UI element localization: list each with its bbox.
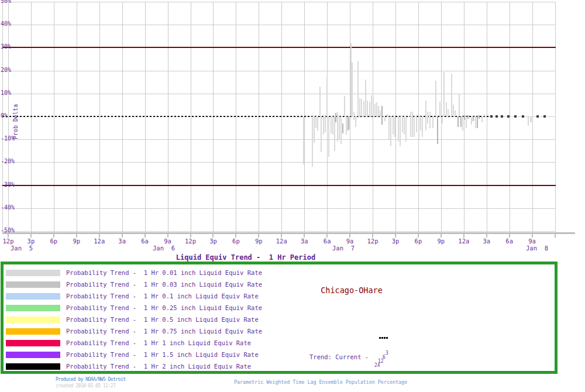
prob-delta-bar	[475, 116, 476, 128]
x-date-label: Jan 7	[332, 245, 355, 252]
gridline-v	[555, 2, 556, 233]
prob-delta-bar	[384, 116, 386, 121]
threshold-line	[2, 185, 556, 186]
footer-created: created 2018-01-05 11:27	[56, 383, 115, 389]
x-time-label: 6a	[141, 238, 149, 245]
x-time-label: 6p	[232, 238, 240, 245]
trend-dots	[379, 337, 388, 339]
prob-delta-bar	[514, 115, 517, 117]
legend-swatch	[6, 363, 60, 370]
prob-delta-bar	[387, 114, 388, 116]
prob-delta-bar	[394, 116, 395, 137]
prob-delta-bar	[442, 116, 443, 123]
prob-delta-bar	[410, 112, 411, 137]
prob-delta-bar	[460, 116, 462, 127]
prob-delta-bar	[323, 116, 324, 135]
prob-delta-bar	[530, 116, 532, 122]
y-tick-label: 0%	[1, 113, 8, 119]
trend-current-label: Trend: Current -	[309, 353, 369, 360]
dot	[381, 337, 383, 339]
gridline-v	[487, 2, 487, 233]
prob-delta-bar	[319, 87, 321, 116]
trend-hour-number: 3	[386, 351, 388, 356]
x-date-label: Jan 6	[153, 245, 175, 252]
y-tick-label: -50%	[1, 228, 15, 233]
footer-produced-by: Produced by NOAA/NWS Detroit	[56, 377, 125, 383]
legend-label: Probability Trend - 1 Hr 0.03 inch Liqui…	[66, 281, 262, 288]
gridline-h	[2, 71, 556, 71]
gridline-v	[259, 2, 259, 233]
prob-delta-bar	[342, 123, 343, 134]
prob-delta-bar	[349, 116, 350, 129]
legend-label: Probability Trend - 1 Hr 0.25 inch Liqui…	[66, 304, 262, 311]
prob-delta-bar	[400, 116, 401, 146]
prob-delta-bar	[325, 116, 326, 132]
prob-delta-bar	[420, 116, 421, 130]
gridline-v	[236, 2, 236, 233]
prob-delta-bar	[388, 116, 390, 139]
x-time-label: 9a	[528, 238, 536, 245]
gridline-v	[213, 2, 214, 233]
prob-delta-bar	[477, 116, 478, 128]
prob-delta-bar	[425, 101, 426, 130]
prob-delta-bar	[528, 116, 529, 126]
prob-delta-bar	[404, 116, 405, 135]
dot	[379, 337, 381, 339]
gridline-v	[373, 2, 373, 233]
prob-delta-bar	[332, 116, 333, 135]
gridline-h	[2, 2, 556, 2]
x-time-label: 12p	[185, 238, 196, 245]
x-tick	[555, 234, 556, 238]
legend-label: Probability Trend - 1 Hr 0.5 inch Liquid…	[66, 316, 259, 323]
prob-delta-bar	[380, 111, 381, 116]
prob-delta-bar	[326, 77, 328, 116]
prob-delta-bar	[427, 112, 428, 123]
x-time-label: 3a	[301, 238, 308, 245]
gridline-v	[350, 2, 350, 233]
legend-label: Probability Trend - 1 Hr 2 inch Liquid E…	[66, 363, 251, 370]
gridline-v	[145, 2, 146, 233]
prob-delta-bar	[507, 115, 510, 117]
prob-delta-bar	[359, 98, 360, 116]
station-label: Chicago-OHare	[321, 286, 383, 295]
prob-delta-bar	[443, 72, 445, 116]
gridline-v	[168, 2, 168, 233]
prob-delta-bar	[314, 116, 315, 143]
prob-delta-bar	[416, 116, 417, 132]
prob-delta-bar	[501, 115, 503, 117]
prob-delta-bar	[437, 116, 438, 144]
gridline-h	[2, 231, 556, 232]
y-tick-label: 40%	[1, 21, 11, 27]
prob-delta-bar	[344, 96, 345, 116]
prob-delta-bar	[536, 115, 539, 117]
gridline-v	[54, 2, 54, 233]
prob-delta-bar	[381, 106, 383, 124]
y-tick-label: 30%	[1, 44, 11, 50]
x-time-label: 3a	[118, 238, 126, 245]
gridline-v	[191, 2, 191, 233]
legend-label: Probability Trend - 1 Hr 0.1 inch Liquid…	[66, 293, 259, 300]
prob-delta-bar	[390, 116, 391, 146]
prob-delta-bar	[473, 116, 474, 121]
prob-delta-bar	[337, 112, 338, 142]
prob-delta-bar	[357, 61, 359, 116]
gridline-v	[99, 2, 100, 233]
prob-delta-bar	[455, 111, 456, 116]
prob-delta-bar	[398, 116, 399, 142]
x-time-label: 12a	[276, 238, 287, 245]
x-axis-line	[2, 232, 575, 234]
x-time-label: 12a	[94, 238, 105, 245]
y-tick-label: -30%	[1, 182, 15, 188]
gridline-v	[395, 2, 396, 233]
x-time-label: 12p	[3, 238, 14, 245]
legend-swatch	[6, 281, 60, 288]
prob-delta-bar	[422, 116, 423, 137]
y-tick-label: 20%	[1, 67, 11, 73]
prob-delta-bar	[339, 116, 340, 139]
gridline-v	[31, 2, 32, 233]
x-time-label: 6p	[415, 238, 422, 245]
legend-label: Probability Trend - 1 Hr 1.5 inch Liquid…	[66, 351, 259, 358]
prob-delta-bar	[317, 116, 318, 131]
gridline-v	[281, 2, 282, 233]
gridline-h	[2, 139, 556, 140]
